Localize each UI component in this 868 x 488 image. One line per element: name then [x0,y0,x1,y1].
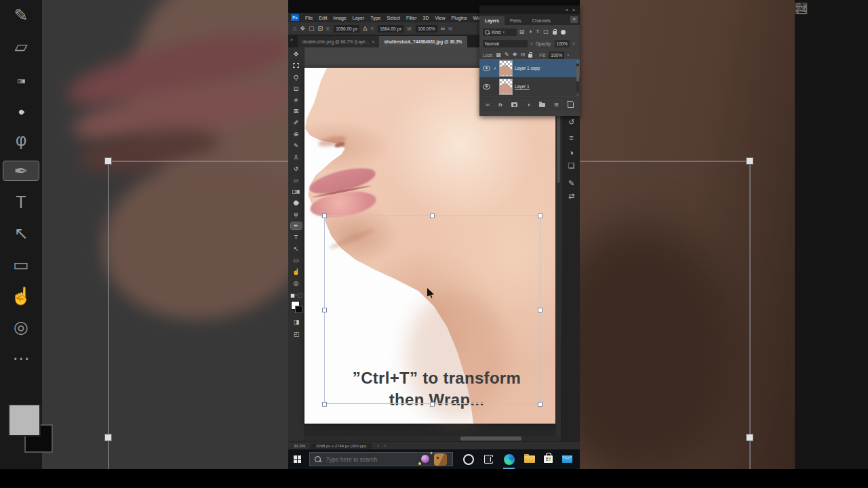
filter-type-layers-icon[interactable]: T [536,28,539,35]
filter-adjustment-layers-icon[interactable]: ◑ [529,28,532,35]
marquee-tool-icon[interactable] [291,62,302,69]
search-highlight-icon[interactable] [421,455,429,463]
panel-scroll-up-icon[interactable]: ∧ [576,60,579,63]
history-icon[interactable]: ↺ [562,118,580,127]
dodge-tool-icon[interactable]: φ [291,211,302,218]
layer-thumbnail[interactable] [499,60,513,77]
start-button[interactable] [294,455,301,463]
background-color-swatch[interactable] [295,306,302,313]
mail-button[interactable] [559,449,576,469]
menu-item[interactable]: File [305,16,313,20]
layer-name[interactable]: Layer 1 copy [515,66,540,70]
hand-tool-icon[interactable]: ☝ [291,268,302,275]
filter-kind-dropdown[interactable]: Kind ∨ [483,28,517,36]
layer-row[interactable]: ↲ Layer 1 copy [479,59,580,77]
filter-pixel-layers-icon[interactable]: ▤ [519,28,525,35]
transform-reference-icon[interactable]: ✥ [300,25,305,32]
filter-smart-objects-icon[interactable] [553,31,557,35]
menu-item[interactable]: 3D [423,16,429,20]
brush-settings-icon[interactable]: ✎ [562,179,580,188]
tab-overflow-icon[interactable]: » [290,37,293,42]
layer-thumbnail[interactable] [499,79,513,95]
type-tool-icon[interactable]: T [291,234,302,241]
opacity-value[interactable]: 100% [555,40,570,47]
tab-channels[interactable]: Channels [527,16,556,25]
lock-position-icon[interactable]: ✥ [513,52,517,58]
filter-toggle-icon[interactable] [561,30,566,35]
menu-item[interactable]: Image [333,16,346,20]
menu-item[interactable]: Edit [319,16,327,20]
menu-item[interactable]: Plugins [452,16,467,20]
transform-handle[interactable] [538,402,542,407]
history-brush-tool-icon[interactable]: ↺ [291,165,302,172]
document-tab-inactive[interactable]: double-chin.png @ 66.7% (Laye... × [298,36,379,47]
frame-tool-icon[interactable]: ⊠ [291,108,302,115]
x-value-field[interactable]: 1056.00 px [334,25,359,33]
close-panel-icon[interactable]: × [572,7,576,12]
eyedropper-tool-icon[interactable]: ✐ [291,119,302,126]
blur-tool-icon[interactable] [291,200,302,207]
panel-menu-icon[interactable]: ≡ [570,16,578,23]
lock-transparency-icon[interactable]: ▦ [496,52,502,58]
panel-scroll-down-icon[interactable]: ∨ [576,93,579,96]
delete-layer-icon[interactable] [568,102,574,108]
width-value-field[interactable]: 100.00% [416,25,437,33]
menu-item[interactable]: Type [370,16,380,20]
layers-scrollbar[interactable] [576,64,579,92]
switch-colors-icon[interactable] [298,293,302,298]
relative-position-icon[interactable]: Δ [363,25,367,32]
transform-handle[interactable] [538,214,542,218]
gradient-tool-icon[interactable] [291,188,302,195]
document-canvas[interactable]: ”Ctrl+T” to transform then Wrap... [304,68,555,424]
lock-artboard-icon[interactable]: ⊡ [521,52,526,58]
transform-handle[interactable] [322,214,327,218]
store-button[interactable] [540,449,557,469]
crop-tool-icon[interactable]: # [291,97,302,104]
screen-mode-icon[interactable]: ◰ [288,331,304,338]
layer-visibility-icon[interactable] [483,66,490,71]
clone-source-icon[interactable]: ⇄ [562,192,580,201]
brush-tool-icon[interactable]: ✎ [291,142,302,149]
layer-name[interactable]: Layer 1 [515,84,530,89]
eraser-tool-icon[interactable]: ▱ [291,177,302,184]
libraries-icon[interactable]: ❏ [562,161,580,170]
menu-item[interactable]: Layer [353,16,365,20]
edge-button[interactable] [500,449,517,469]
zoom-tool-icon[interactable]: ◎ [291,280,302,287]
horizontal-scrollbar-thumb[interactable] [460,436,521,441]
transform-handle[interactable] [430,402,435,407]
search-input[interactable] [325,455,402,464]
properties-icon[interactable]: ≡ [562,134,580,142]
path-selection-tool-icon[interactable]: ↖ [291,245,302,252]
pen-tool-icon[interactable]: ✒ [291,222,302,229]
transform-handle[interactable] [538,308,542,312]
transform-handle[interactable] [322,308,327,312]
new-layer-icon[interactable]: ⊞ [554,102,559,108]
close-tab-icon[interactable]: × [372,39,374,44]
menu-item[interactable]: Filter [406,16,417,20]
menu-item[interactable]: Select [387,16,400,20]
lock-pixels-icon[interactable]: ✎ [505,52,509,58]
zoom-level[interactable]: 30.3% [294,444,305,448]
group-layers-icon[interactable] [539,103,545,107]
task-view-button[interactable] [480,449,497,469]
document-tab-active[interactable]: shutterstock_744984061.jpg @ 30.3% [379,36,467,47]
clone-stamp-tool-icon[interactable]: ♙ [291,154,302,161]
free-transform-box[interactable] [324,216,540,404]
transform-handle[interactable] [322,402,327,407]
tab-layers[interactable]: Layers [479,16,505,25]
adjustment-layer-icon[interactable]: ◑ [527,102,530,108]
object-selection-tool-icon[interactable]: ⊡ [291,85,302,92]
healing-brush-tool-icon[interactable]: ⊕ [291,131,302,138]
collapse-panel-icon[interactable]: « [566,7,570,12]
link-layers-icon[interactable]: ∞ [486,102,490,108]
layer-mask-icon[interactable] [511,102,517,107]
fill-value[interactable]: 100% [549,52,564,59]
transform-handle[interactable] [430,214,435,218]
adjustments-icon[interactable]: ◑ [562,148,580,157]
filter-shape-layers-icon[interactable]: ▢ [543,28,549,35]
y-value-field[interactable]: 1864.00 px [378,25,403,33]
move-tool-icon[interactable]: ✥ [291,51,302,58]
file-explorer-button[interactable] [521,449,538,469]
layer-row[interactable]: Layer 1 [479,77,580,96]
